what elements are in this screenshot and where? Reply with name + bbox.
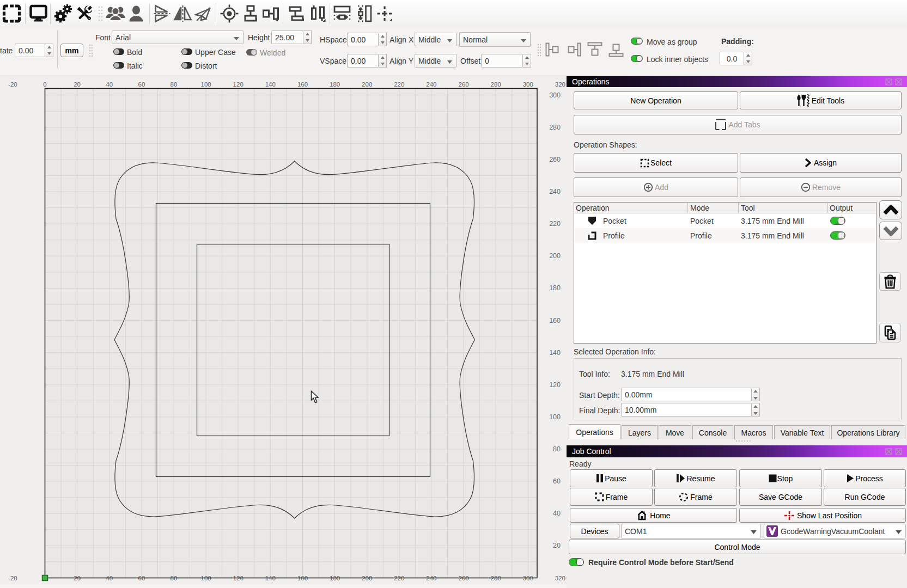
svg-text:20: 20 — [74, 81, 81, 88]
svg-text:160: 160 — [549, 317, 561, 324]
svg-text:240: 240 — [549, 188, 561, 195]
svg-text:40: 40 — [106, 81, 113, 88]
svg-text:60: 60 — [138, 81, 145, 88]
svg-text:120: 120 — [549, 381, 561, 389]
svg-text:280: 280 — [491, 81, 501, 88]
svg-text:20: 20 — [553, 542, 561, 549]
svg-text:200: 200 — [549, 252, 561, 260]
svg-text:40: 40 — [553, 510, 561, 517]
svg-text:300: 300 — [523, 81, 533, 88]
svg-text:140: 140 — [549, 349, 561, 357]
svg-text:180: 180 — [549, 284, 561, 292]
svg-text:120: 120 — [233, 81, 244, 88]
svg-text:100: 100 — [549, 413, 561, 421]
svg-text:180: 180 — [330, 81, 340, 88]
svg-text:80: 80 — [171, 81, 178, 88]
svg-text:60: 60 — [553, 477, 561, 485]
svg-text:200: 200 — [362, 81, 372, 88]
svg-text:160: 160 — [297, 81, 308, 88]
svg-text:140: 140 — [265, 81, 276, 88]
svg-text:-20: -20 — [8, 81, 17, 88]
svg-text:0: 0 — [43, 81, 46, 88]
svg-text:260: 260 — [549, 156, 561, 163]
svg-text:-20: -20 — [8, 575, 17, 581]
svg-text:220: 220 — [549, 220, 561, 228]
svg-text:260: 260 — [459, 81, 469, 88]
svg-text:280: 280 — [549, 124, 561, 131]
svg-text:300: 300 — [549, 91, 561, 99]
svg-text:320: 320 — [555, 81, 565, 88]
svg-text:220: 220 — [394, 81, 404, 88]
svg-text:100: 100 — [201, 81, 211, 88]
svg-text:320: 320 — [555, 575, 565, 581]
svg-text:80: 80 — [553, 445, 561, 453]
svg-text:240: 240 — [426, 81, 436, 88]
